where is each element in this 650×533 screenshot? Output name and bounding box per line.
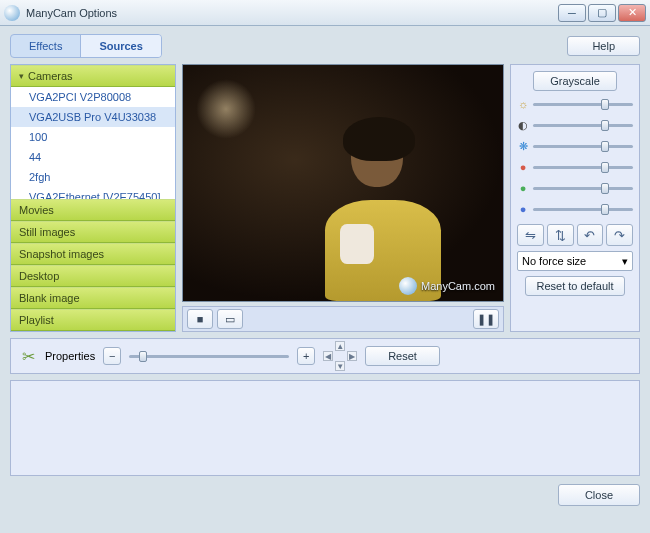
zoom-in-button[interactable]: + bbox=[297, 347, 315, 365]
red-icon: ● bbox=[517, 161, 529, 173]
brightness-icon: ☼ bbox=[517, 98, 529, 110]
pan-right-button[interactable]: ▶ bbox=[347, 351, 357, 361]
force-size-dropdown[interactable]: No force size ▾ bbox=[517, 251, 633, 271]
flip-vertical-button[interactable]: ⇅ bbox=[547, 224, 574, 246]
contrast-slider[interactable] bbox=[533, 124, 633, 127]
zoom-slider[interactable] bbox=[129, 355, 289, 358]
camera-item[interactable]: 44 bbox=[11, 147, 175, 167]
saturation-slider[interactable] bbox=[533, 145, 633, 148]
red-slider[interactable] bbox=[533, 166, 633, 169]
lower-panel bbox=[10, 380, 640, 476]
tab-sources[interactable]: Sources bbox=[81, 35, 160, 57]
camera-item[interactable]: VGA2USB Pro V4U33038 bbox=[11, 107, 175, 127]
pause-button[interactable]: ❚❚ bbox=[473, 309, 499, 329]
properties-label: Properties bbox=[45, 350, 95, 362]
app-icon bbox=[4, 5, 20, 21]
section-snapshot-images[interactable]: Snapshot images bbox=[11, 243, 175, 265]
camera-item[interactable]: 100 bbox=[11, 127, 175, 147]
camera-item[interactable]: VGA2PCI V2P80008 bbox=[11, 87, 175, 107]
chevron-down-icon: ▾ bbox=[622, 255, 628, 268]
zoom-out-button[interactable]: − bbox=[103, 347, 121, 365]
maximize-button[interactable]: ▢ bbox=[588, 4, 616, 22]
video-controls: ■ ▭ ❚❚ bbox=[182, 306, 504, 332]
redo-button[interactable]: ↷ bbox=[606, 224, 633, 246]
reset-to-default-button[interactable]: Reset to default bbox=[525, 276, 624, 296]
video-preview: ManyCam.com bbox=[182, 64, 504, 302]
help-button[interactable]: Help bbox=[567, 36, 640, 56]
pan-up-button[interactable]: ▲ bbox=[335, 341, 345, 351]
pan-down-button[interactable]: ▼ bbox=[335, 361, 345, 371]
force-size-value: No force size bbox=[522, 255, 586, 267]
tools-icon: ✂ bbox=[19, 347, 37, 365]
window-title: ManyCam Options bbox=[26, 7, 558, 19]
camera-list: VGA2PCI V2P80008 VGA2USB Pro V4U33038 10… bbox=[11, 87, 175, 199]
minimize-button[interactable]: ─ bbox=[558, 4, 586, 22]
section-desktop[interactable]: Desktop bbox=[11, 265, 175, 287]
brightness-slider[interactable] bbox=[533, 103, 633, 106]
blue-icon: ● bbox=[517, 203, 529, 215]
undo-button[interactable]: ↶ bbox=[577, 224, 604, 246]
titlebar: ManyCam Options ─ ▢ ✕ bbox=[0, 0, 650, 26]
section-still-images[interactable]: Still images bbox=[11, 221, 175, 243]
adjustments-panel: Grayscale ☼ ◐ ❋ ● ● ● ⇋ ⇅ ↶ ↷ No force s… bbox=[510, 64, 640, 332]
tab-effects[interactable]: Effects bbox=[11, 35, 81, 57]
chevron-down-icon: ▾ bbox=[19, 71, 24, 81]
properties-reset-button[interactable]: Reset bbox=[365, 346, 440, 366]
main-tabs: Effects Sources bbox=[10, 34, 162, 58]
green-slider[interactable] bbox=[533, 187, 633, 190]
watermark-text: ManyCam.com bbox=[421, 280, 495, 292]
source-sidebar: ▾ Cameras VGA2PCI V2P80008 VGA2USB Pro V… bbox=[10, 64, 176, 332]
fullscreen-button[interactable]: ▭ bbox=[217, 309, 243, 329]
grayscale-button[interactable]: Grayscale bbox=[533, 71, 617, 91]
stop-button[interactable]: ■ bbox=[187, 309, 213, 329]
pan-left-button[interactable]: ◀ bbox=[323, 351, 333, 361]
saturation-icon: ❋ bbox=[517, 140, 529, 152]
section-cameras-label: Cameras bbox=[28, 70, 73, 82]
close-button[interactable]: Close bbox=[558, 484, 640, 506]
section-movies[interactable]: Movies bbox=[11, 199, 175, 221]
flip-horizontal-button[interactable]: ⇋ bbox=[517, 224, 544, 246]
camera-item[interactable]: 2fgh bbox=[11, 167, 175, 187]
camera-item[interactable]: VGA2Ethernet [V2E75450] bbox=[11, 187, 175, 199]
watermark-icon bbox=[399, 277, 417, 295]
watermark: ManyCam.com bbox=[399, 277, 495, 295]
close-window-button[interactable]: ✕ bbox=[618, 4, 646, 22]
properties-bar: ✂ Properties − + ▲ ▼ ◀ ▶ Reset bbox=[10, 338, 640, 374]
blue-slider[interactable] bbox=[533, 208, 633, 211]
section-cameras[interactable]: ▾ Cameras bbox=[11, 65, 175, 87]
section-playlist[interactable]: Playlist bbox=[11, 309, 175, 331]
green-icon: ● bbox=[517, 182, 529, 194]
pan-dpad: ▲ ▼ ◀ ▶ bbox=[323, 341, 357, 371]
contrast-icon: ◐ bbox=[517, 119, 529, 131]
section-blank-image[interactable]: Blank image bbox=[11, 287, 175, 309]
